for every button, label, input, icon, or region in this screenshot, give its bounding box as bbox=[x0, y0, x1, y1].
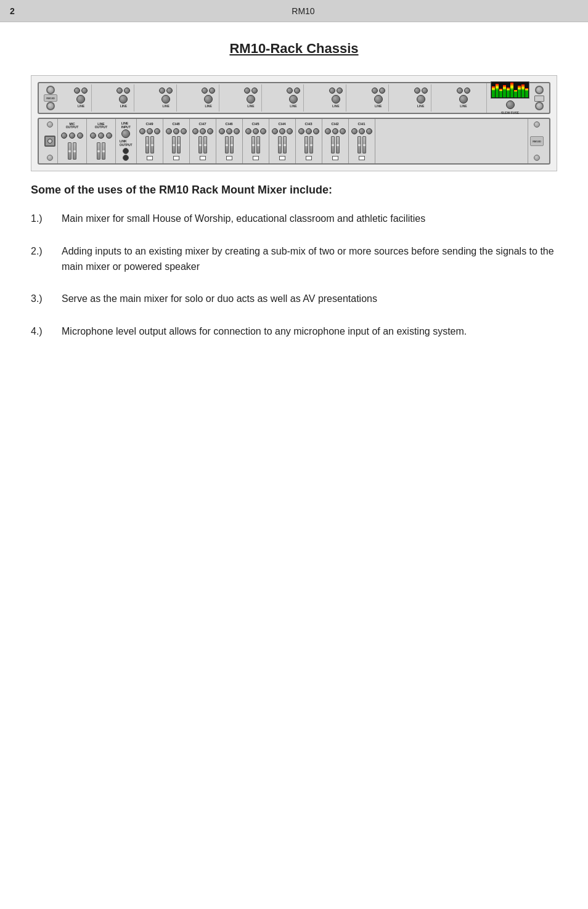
top-ch-9: LINE bbox=[410, 84, 431, 112]
mic-output-section: MICOUTPUT bbox=[58, 119, 87, 163]
ch8-label: CH8 bbox=[173, 122, 180, 126]
top-ch-row: LINE LINE bbox=[61, 84, 484, 112]
top-ch-3: LINE bbox=[156, 84, 177, 112]
ch7-label: CH7 bbox=[199, 122, 206, 126]
meter-display bbox=[491, 81, 529, 99]
meter-bar-4 bbox=[503, 85, 506, 97]
ch8-k2 bbox=[173, 128, 179, 134]
line-output-section: LINEOUTPUT bbox=[87, 119, 116, 163]
power-switch-top bbox=[534, 96, 544, 102]
line-out-knobs bbox=[90, 132, 112, 139]
link-section: LINEINPUT LINKOUTPUT bbox=[116, 119, 137, 163]
ch8-knobs bbox=[166, 128, 187, 134]
ch5-knobs bbox=[245, 128, 266, 134]
ch4-check bbox=[279, 156, 285, 160]
ch9-k1 bbox=[139, 128, 145, 134]
ch1-knob3 bbox=[76, 95, 85, 104]
screw-bot-tr bbox=[534, 121, 540, 128]
power-icon bbox=[47, 139, 52, 144]
ch2-knob1 bbox=[116, 88, 123, 94]
ch9-section: CH9 bbox=[137, 119, 163, 163]
ch5-section: CH5 bbox=[243, 119, 269, 163]
ch8-f2 bbox=[177, 136, 181, 153]
line-output-label: LINEOUTPUT bbox=[95, 123, 108, 129]
ch9-k2 bbox=[147, 128, 153, 134]
top-ch-8: LINE bbox=[368, 84, 389, 112]
bot-brand-text: RM10D bbox=[533, 140, 541, 143]
bot-left-cap bbox=[43, 119, 58, 163]
main-content: RM10-Rack Chassis RM10D bbox=[0, 22, 588, 381]
top-ch-4: LINE bbox=[198, 84, 219, 112]
ch1-section: CH1 bbox=[349, 119, 375, 163]
ch9-check bbox=[147, 156, 153, 160]
link-jack1 bbox=[123, 148, 129, 154]
ch3-faders bbox=[304, 136, 313, 153]
uses-list: 1.) Main mixer for small House of Worshi… bbox=[31, 211, 557, 340]
ch3-label: CH3 bbox=[305, 122, 312, 126]
header-title: RM10 bbox=[28, 6, 578, 16]
top-ch-5: LINE bbox=[241, 84, 262, 112]
link-output-label: LINKOUTPUT bbox=[120, 139, 133, 147]
ch9-k3 bbox=[154, 128, 160, 134]
ch6-check bbox=[226, 156, 232, 160]
ch5-faders bbox=[251, 136, 260, 153]
item-2-text: Adding inputs to an existing mixer by cr… bbox=[62, 244, 557, 275]
ch2-section: CH2 bbox=[322, 119, 349, 163]
meter-bar-7 bbox=[514, 90, 517, 97]
ch5-check bbox=[253, 156, 259, 160]
ch2-faders bbox=[331, 136, 340, 153]
meter-bar-2 bbox=[496, 84, 499, 97]
ch3-section: CH3 bbox=[296, 119, 322, 163]
top-ch-7: LINE bbox=[325, 84, 346, 112]
item-4-text: Microphone level output allows for conne… bbox=[62, 324, 467, 340]
ch2-knobs bbox=[325, 128, 346, 134]
ch9-faders bbox=[145, 136, 154, 153]
ch8-section: CH8 bbox=[163, 119, 190, 163]
power-button bbox=[44, 136, 55, 147]
ch6-section: CH6 bbox=[216, 119, 243, 163]
ch6-knobs bbox=[219, 128, 240, 134]
meter-bar-3 bbox=[499, 89, 502, 97]
ch9-f2 bbox=[150, 136, 154, 153]
link-jack2 bbox=[123, 155, 129, 161]
meter-bar-6 bbox=[510, 83, 513, 97]
lo-fader1 bbox=[97, 142, 100, 160]
item-1-text: Main mixer for small House of Worship, e… bbox=[62, 211, 425, 227]
ch7-knobs bbox=[192, 128, 213, 134]
list-item: 2.) Adding inputs to an existing mixer b… bbox=[31, 244, 557, 275]
item-4-num: 4.) bbox=[31, 324, 62, 340]
list-item: 4.) Microphone level output allows for c… bbox=[31, 324, 557, 340]
ch9-f1 bbox=[145, 136, 149, 153]
mic-out-k1 bbox=[61, 132, 67, 139]
rack-panel-bottom: MICOUTPUT LINEOUTPUT bbox=[38, 118, 550, 165]
ch7-faders bbox=[198, 136, 207, 153]
mic-out-k2 bbox=[69, 132, 75, 139]
ch1-bot-faders bbox=[357, 136, 366, 153]
screw-bl bbox=[46, 102, 55, 110]
brand-badge-bot: RM10D bbox=[530, 136, 544, 146]
line-input-label: LINEINPUT bbox=[121, 121, 131, 129]
ch3-knobs bbox=[298, 128, 319, 134]
screw-tr bbox=[535, 86, 544, 94]
ch8-f1 bbox=[172, 136, 176, 153]
mic-out-fader2 bbox=[73, 142, 76, 160]
ch6-faders bbox=[225, 136, 234, 153]
ch1-knob1 bbox=[74, 88, 80, 94]
ch7-check bbox=[200, 156, 206, 160]
rack-panel-top: RM10D LINE bbox=[38, 82, 550, 114]
ch7-section: CH7 bbox=[190, 119, 216, 163]
ch2-knob2 bbox=[124, 88, 130, 94]
ch1-bot-knobs bbox=[351, 128, 372, 134]
ch4-label: CH4 bbox=[279, 122, 286, 126]
item-3-num: 3.) bbox=[31, 291, 62, 307]
item-2-num: 2.) bbox=[31, 244, 62, 275]
ch9-label: CH9 bbox=[146, 122, 153, 126]
lo-fader2 bbox=[102, 142, 105, 160]
page-number: 2 bbox=[10, 6, 28, 16]
top-channel-group: LINE LINE bbox=[59, 83, 486, 113]
ch8-check bbox=[173, 156, 179, 160]
ch2-check bbox=[332, 156, 338, 160]
ch3-check bbox=[306, 156, 312, 160]
header-bar: 2 RM10 bbox=[0, 0, 588, 22]
mic-out-fader1 bbox=[68, 142, 71, 160]
